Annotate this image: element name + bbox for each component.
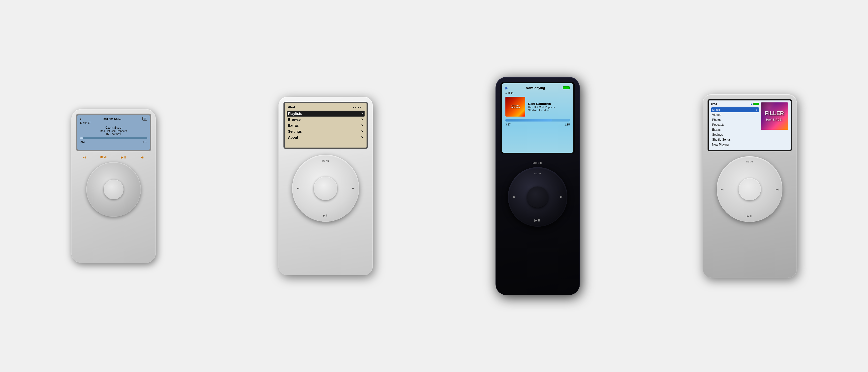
menu-item-settings[interactable]: Settings > — [288, 128, 363, 134]
menu-item-videos[interactable]: Videos — [711, 112, 759, 117]
prev-btn-1[interactable]: ⏮ — [83, 155, 86, 159]
menu-item-extras[interactable]: Extras > — [288, 123, 363, 128]
track-num-1: 11 von 17 — [80, 122, 147, 124]
art-text-3: STADIUMARCADIUM — [510, 105, 520, 109]
battery-area-4: ▶ — [751, 103, 759, 105]
ipod-original: ▶ Red Hot Chil... ▭ 11 von 17 Can't Stop… — [71, 109, 156, 263]
time-remaining-3: -1:15 — [563, 123, 570, 126]
screen-bezel-3: ▶ Now Playing 1 of 14 STADIUMARCADIUM Da… — [500, 82, 575, 154]
screen-title-3: Now Playing — [526, 86, 545, 90]
album-art-3: STADIUMARCADIUM — [505, 97, 525, 117]
play-pause-btn-1[interactable]: ▶⏸ — [121, 155, 127, 159]
artist-3: Red Hot Chili Peppers — [528, 106, 555, 108]
screen-4: iPod ▶ Music > Videos — [709, 100, 790, 150]
next-btn-3[interactable]: ⏭ — [560, 195, 563, 199]
screen-1: ▶ Red Hot Chil... ▭ 11 von 17 Can't Stop… — [78, 115, 150, 150]
menu-item-photos[interactable]: Photos — [711, 117, 759, 122]
prev-btn-2[interactable]: ⏮ — [297, 186, 300, 190]
menu-item-browse[interactable]: Browse > — [288, 117, 363, 123]
menu-item-about[interactable]: About > — [288, 134, 363, 141]
play-btn-4[interactable]: ▶⏸ — [747, 214, 752, 218]
menu-item-shuffle[interactable]: Shuffle Songs — [711, 137, 759, 142]
play-icon-3: ▶ — [505, 86, 508, 90]
menu-label-music: Music — [712, 108, 720, 112]
ipod4-header-title: iPod — [711, 102, 717, 105]
menu-item-music[interactable]: Music > — [711, 107, 759, 112]
scroll-wheel-3[interactable]: MENU ⏮ ⏭ ▶⏸ — [508, 167, 567, 227]
menu-item-podcasts[interactable]: Podcasts — [711, 122, 759, 127]
scene: ▶ Red Hot Chil... ▭ 11 von 17 Can't Stop… — [0, 0, 868, 372]
wheel-center-btn-4[interactable] — [739, 178, 761, 200]
play-btn-3[interactable]: ▶⏸ — [534, 218, 540, 222]
progress-fill-3 — [505, 119, 552, 122]
menu-label-videos: Videos — [712, 113, 721, 117]
controls-1: ⏮ MENU ▶⏸ ⏭ — [76, 155, 151, 159]
wheel-center-btn-2[interactable] — [314, 177, 337, 200]
next-btn-1[interactable]: ⏭ — [141, 155, 144, 159]
time-elapsed-3: 3:27 — [505, 123, 510, 126]
time-elapsed-1: 0:13 — [80, 141, 85, 143]
arrow-playlists: > — [361, 112, 363, 115]
times-1: 0:13 -4:16 — [80, 141, 147, 143]
menu-item-settings2[interactable]: Settings — [711, 132, 759, 137]
play-btn-2[interactable]: ▶⏸ — [323, 214, 328, 217]
menu-btn-3[interactable]: MENU — [534, 173, 541, 175]
prev-btn-4[interactable]: ⏮ — [720, 187, 724, 191]
arrow-music: > — [756, 108, 758, 111]
ipod1-title: Red Hot Chil... — [103, 117, 121, 120]
arrow-settings: > — [361, 130, 363, 133]
arrow-extras: > — [361, 124, 363, 127]
ipod-classic-white: iPod ▭▭▭▭ Playlists > Browse > Extras > — [279, 97, 373, 275]
song-3: Dani California — [528, 102, 555, 106]
artist-1: Red Hot Chili Peppers — [80, 129, 147, 132]
wheel-center-btn-1[interactable] — [104, 180, 124, 199]
battery-3 — [563, 86, 570, 89]
arrow-browse: > — [361, 118, 363, 121]
menu-item-label-extras: Extras — [288, 124, 299, 127]
album-art-4: FILLERDAY & AGE. — [761, 102, 788, 148]
time-remaining-1: -4:16 — [142, 141, 147, 143]
wheel-area-3: MENU MENU ⏮ ⏭ ▶⏸ — [500, 162, 575, 227]
ipod-classic-silver: iPod ▶ Music > Videos — [703, 94, 797, 278]
menu-item-label-about: About — [288, 135, 298, 140]
times-3: 3:27 -1:15 — [505, 123, 570, 126]
screen-3: ▶ Now Playing 1 of 14 STADIUMARCADIUM Da… — [502, 83, 574, 153]
menu-label-podcasts: Podcasts — [712, 123, 724, 126]
art-text-4: FILLERDAY & AGE. — [765, 111, 784, 122]
scroll-wheel-1[interactable] — [86, 162, 141, 217]
screen-bezel-4: iPod ▶ Music > Videos — [708, 99, 792, 151]
menu-item-playlists[interactable]: Playlists > — [287, 111, 365, 117]
menu-label-2[interactable]: menu — [322, 160, 329, 162]
menu-item-extras2[interactable]: Extras — [711, 127, 759, 132]
screen-bezel-2: iPod ▭▭▭▭ Playlists > Browse > Extras > — [283, 102, 368, 149]
art-info-3: STADIUMARCADIUM Dani California Red Hot … — [505, 97, 570, 117]
prev-btn-3[interactable]: ⏮ — [512, 195, 515, 199]
track-num-3: 1 of 14 — [505, 91, 570, 94]
menu-section-4: iPod ▶ Music > Videos — [711, 102, 759, 148]
play-icon-4: ▶ — [751, 103, 753, 105]
menu-item-nowplaying[interactable]: Now Playing — [711, 142, 759, 147]
play-icon-1: ▶ — [80, 118, 82, 120]
menu-item-label-browse: Browse — [288, 118, 301, 122]
menu-label-3: MENU — [532, 162, 542, 165]
track-info-3: Dani California Red Hot Chili Peppers St… — [528, 97, 555, 117]
wheel-center-btn-3[interactable] — [527, 186, 548, 208]
battery-2: ▭▭▭▭ — [353, 106, 363, 109]
menu-label-4[interactable]: MENU — [746, 161, 753, 163]
menu-list-2: Playlists > Browse > Extras > Settings > — [288, 111, 363, 141]
menu-btn-1[interactable]: MENU — [100, 156, 107, 159]
screen-2: iPod ▭▭▭▭ Playlists > Browse > Extras > — [285, 103, 367, 148]
scroll-wheel-2[interactable]: menu ⏮ ⏭ ▶⏸ — [292, 155, 359, 222]
battery-4 — [753, 103, 759, 105]
menu-label-photos: Photos — [712, 118, 721, 122]
next-btn-4[interactable]: ⏭ — [775, 187, 779, 191]
next-btn-2[interactable]: ⏭ — [352, 186, 354, 190]
ipod2-header-title: iPod — [288, 105, 295, 109]
album-1: By The Way — [80, 132, 147, 135]
menu-list-4: Music > Videos Photos Podcasts — [711, 107, 759, 147]
progress-bg-1 — [80, 137, 147, 140]
album-3: Stadium Arcadium — [528, 108, 555, 112]
scroll-wheel-4[interactable]: MENU ⏮ ⏭ ▶⏸ — [717, 156, 782, 222]
progress-bg-3 — [505, 119, 570, 122]
menu-label-shuffle: Shuffle Songs — [712, 138, 731, 142]
